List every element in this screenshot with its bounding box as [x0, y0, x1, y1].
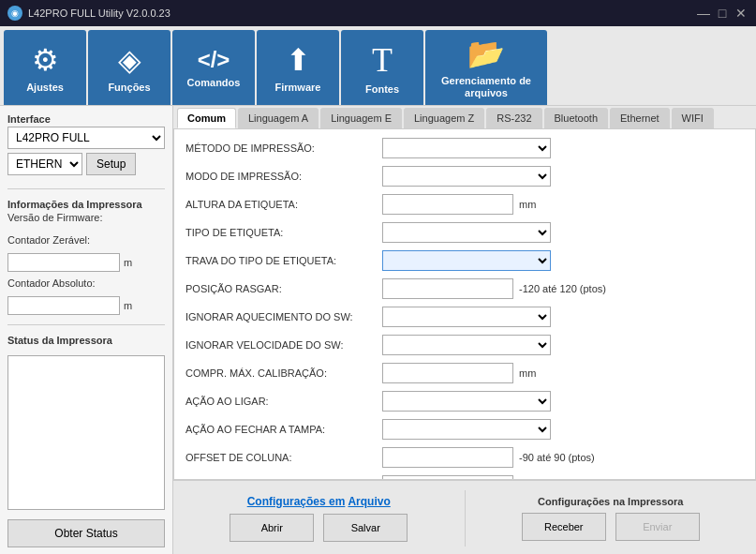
- counter-absolute-unit: m: [124, 300, 132, 311]
- firmware-label: Firmware: [275, 82, 321, 93]
- form-row-posicao: POSIÇÃO RASGAR: -120 até 120 (ptos): [185, 277, 744, 300]
- app-icon: ◉: [7, 6, 22, 21]
- trava-select[interactable]: [382, 250, 551, 271]
- ignorar-aquecimento-control: [382, 307, 551, 327]
- counter-absolute-row: m: [7, 296, 165, 315]
- form-row-acao-ligar: AÇÃO AO LIGAR:: [185, 390, 744, 412]
- bottom-divider: [465, 490, 466, 547]
- form-row-tipo: TIPO DE ETIQUETA:: [185, 221, 744, 244]
- form-row-compr-max: COMPR. MÁX. CALIBRAÇÃO: mm: [185, 362, 744, 384]
- posicao-label: POSIÇÃO RASGAR:: [185, 283, 382, 294]
- counter-absolute-label: Contador Absoluto:: [7, 277, 165, 289]
- tab-linguagem-e[interactable]: Linguagem E: [320, 108, 402, 128]
- tab-linguagem-z[interactable]: Linguagem Z: [404, 108, 484, 128]
- form-row-acao-fechar: AÇÃO AO FECHAR A TAMPA:: [185, 418, 744, 441]
- gerenciamento-label: Gerenciamento de arquivos: [426, 75, 546, 99]
- modo-select[interactable]: [382, 166, 551, 187]
- altura-label: ALTURA DA ETIQUETA:: [185, 199, 382, 210]
- interface-title: Interface: [7, 113, 165, 125]
- ajustes-label: Ajustes: [26, 82, 64, 93]
- form-row-metodo: MÉTODO DE IMPRESSÃO:: [185, 137, 744, 159]
- counter-absolute-input[interactable]: [7, 296, 120, 315]
- fontes-label: Fontes: [365, 83, 399, 95]
- posicao-input[interactable]: [382, 278, 513, 299]
- bottom-bar: Configurações em Arquivo Abrir Salvar Co…: [173, 480, 756, 554]
- setup-button[interactable]: Setup: [86, 153, 136, 175]
- interface-select[interactable]: L42PRO FULL: [7, 127, 165, 149]
- metodo-control: [382, 138, 551, 158]
- comandos-icon: </>: [198, 47, 230, 73]
- modo-control: [382, 166, 551, 187]
- file-config-title: Configurações em Arquivo: [247, 495, 391, 508]
- offset-coluna-input[interactable]: [382, 447, 513, 468]
- app-title: L42PRO FULL Utility V2.0.0.23: [28, 7, 170, 19]
- trava-control: [382, 250, 551, 271]
- acao-ligar-label: AÇÃO AO LIGAR:: [185, 396, 382, 407]
- tab-bluetooth[interactable]: Bluetooth: [544, 108, 608, 128]
- altura-input[interactable]: [382, 194, 513, 215]
- tipo-control: [382, 222, 551, 243]
- file-config-link[interactable]: Arquivo: [348, 495, 390, 508]
- toolbar-ajustes[interactable]: ⚙ Ajustes: [4, 30, 86, 105]
- maximize-button[interactable]: □: [715, 6, 730, 21]
- offset-coluna-label: OFFSET DE COLUNA:: [185, 452, 382, 463]
- toolbar-firmware[interactable]: ⬆ Firmware: [257, 30, 339, 105]
- ignorar-aquecimento-label: IGNORAR AQUECIMENTO DO SW:: [185, 311, 382, 322]
- open-button[interactable]: Abrir: [230, 514, 314, 542]
- tab-comum[interactable]: Comum: [177, 108, 236, 128]
- form-row-altura: ALTURA DA ETIQUETA: mm: [185, 193, 744, 216]
- toolbar: ⚙ Ajustes ◈ Funções </> Comandos ⬆ Firmw…: [0, 26, 756, 106]
- firmware-icon: ⬆: [286, 42, 311, 78]
- receive-button[interactable]: Receber: [522, 513, 606, 541]
- compr-max-input[interactable]: [382, 363, 513, 383]
- toolbar-fontes[interactable]: T Fontes: [341, 30, 423, 105]
- send-button[interactable]: Enviar: [615, 513, 700, 541]
- tab-ethernet[interactable]: Ethernet: [610, 108, 670, 128]
- tab-rs232[interactable]: RS-232: [486, 108, 541, 128]
- toolbar-comandos[interactable]: </> Comandos: [172, 30, 255, 105]
- obtain-status-button[interactable]: Obter Status: [7, 519, 165, 547]
- ignorar-velocidade-label: IGNORAR VELOCIDADE DO SW:: [185, 339, 382, 351]
- ignorar-velocidade-control: [382, 335, 551, 355]
- firmware-version-label: Versão de Firmware:: [7, 212, 165, 223]
- toolbar-gerenciamento[interactable]: 📂 Gerenciamento de arquivos: [425, 30, 547, 105]
- form-row-modo: MODO DE IMPRESSÃO:: [185, 165, 744, 187]
- gerenciamento-icon: 📂: [467, 36, 505, 71]
- ignorar-aquecimento-select[interactable]: [382, 307, 551, 327]
- printer-config-section: Configurações na Impressora Receber Envi…: [475, 496, 748, 541]
- acao-fechar-label: AÇÃO AO FECHAR A TAMPA:: [185, 424, 382, 435]
- acao-fechar-select[interactable]: [382, 419, 551, 440]
- toolbar-funcoes[interactable]: ◈ Funções: [88, 30, 170, 105]
- trava-label: TRAVA DO TIPO DE ETIQUETA:: [185, 255, 382, 266]
- tipo-select[interactable]: [382, 222, 551, 243]
- main-layout: Interface L42PRO FULL ETHERNET Setup Inf…: [0, 106, 756, 554]
- compr-max-unit: mm: [519, 367, 536, 379]
- ignorar-velocidade-select[interactable]: [382, 335, 551, 355]
- acao-ligar-select[interactable]: [382, 391, 551, 412]
- ajustes-icon: ⚙: [32, 42, 59, 78]
- metodo-select[interactable]: [382, 138, 551, 158]
- sidebar: Interface L42PRO FULL ETHERNET Setup Inf…: [0, 106, 173, 554]
- sidebar-divider-2: [7, 324, 165, 325]
- minimize-button[interactable]: —: [696, 6, 711, 21]
- funcoes-label: Funções: [108, 82, 150, 93]
- printer-status-title: Status da Impressora: [7, 335, 165, 346]
- tab-wifi[interactable]: WIFI: [672, 108, 714, 128]
- save-button[interactable]: Salvar: [323, 514, 408, 542]
- counter-zero-unit: m: [124, 257, 132, 268]
- interface-section: Interface L42PRO FULL ETHERNET Setup: [7, 113, 165, 175]
- close-button[interactable]: ✕: [734, 6, 749, 21]
- tab-linguagem-a[interactable]: Linguagem A: [238, 108, 319, 128]
- printer-info-title: Informações da Impressora: [7, 199, 165, 210]
- file-buttons: Abrir Salvar: [230, 514, 408, 542]
- printer-buttons: Receber Enviar: [522, 513, 700, 541]
- sidebar-divider-1: [7, 188, 165, 189]
- file-config-text: Configurações em: [247, 495, 346, 508]
- port-select[interactable]: ETHERNET: [7, 153, 82, 175]
- form-area: MÉTODO DE IMPRESSÃO: MODO DE IMPRESSÃO: …: [173, 129, 756, 480]
- counter-zero-input[interactable]: [7, 253, 120, 272]
- tipo-label: TIPO DE ETIQUETA:: [185, 227, 382, 238]
- counter-zero-row: m: [7, 253, 165, 272]
- compr-max-label: COMPR. MÁX. CALIBRAÇÃO:: [185, 367, 382, 379]
- form-row-offset-coluna: OFFSET DE COLUNA: -90 até 90 (ptos): [185, 446, 744, 469]
